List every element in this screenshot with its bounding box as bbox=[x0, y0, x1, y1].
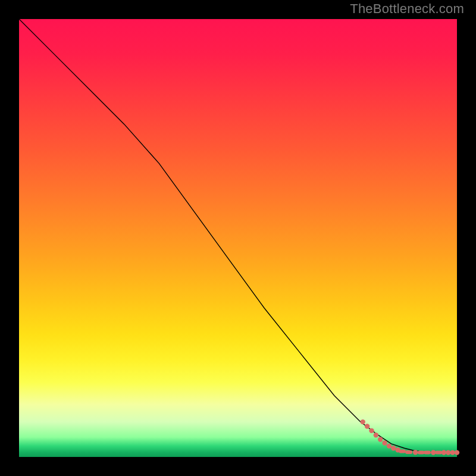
watermark-text: TheBottleneck.com bbox=[350, 1, 464, 17]
marker-dot bbox=[441, 450, 446, 455]
marker-dash bbox=[424, 450, 431, 454]
marker-dot bbox=[450, 450, 455, 455]
marker-dot bbox=[455, 450, 459, 455]
marker-dot bbox=[387, 443, 392, 448]
marker-dot bbox=[446, 450, 450, 455]
marker-dash bbox=[435, 451, 442, 455]
marker-dot bbox=[361, 419, 365, 424]
marker-dot bbox=[365, 424, 369, 428]
marker-dot bbox=[382, 440, 387, 445]
marker-dot bbox=[391, 446, 396, 450]
marker-dot bbox=[374, 433, 378, 437]
marker-dot bbox=[378, 437, 383, 441]
plot-area bbox=[19, 19, 457, 457]
chart-svg bbox=[19, 19, 457, 457]
chart-stage: TheBottleneck.com bbox=[0, 0, 476, 476]
marker-dot bbox=[413, 450, 418, 455]
marker-dash bbox=[399, 449, 406, 453]
bottleneck-curve bbox=[19, 19, 457, 453]
marker-dash bbox=[405, 450, 412, 454]
marker-dash bbox=[418, 450, 425, 454]
curve-line-group bbox=[19, 19, 457, 453]
marker-dot bbox=[369, 428, 374, 433]
